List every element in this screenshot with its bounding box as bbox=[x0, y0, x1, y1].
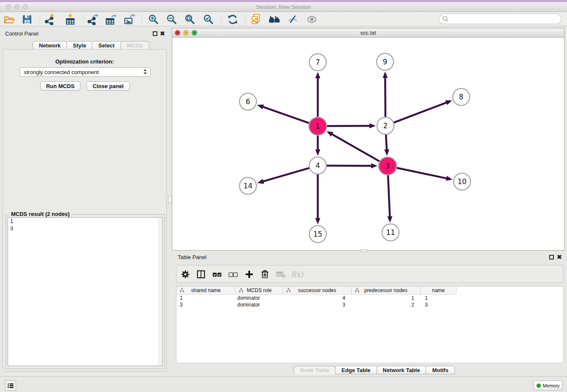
columns-icon bbox=[196, 270, 206, 279]
graph-edge-2-3[interactable] bbox=[386, 135, 387, 150]
columns-button[interactable] bbox=[195, 269, 207, 280]
search-input[interactable] bbox=[450, 16, 561, 22]
toolbar-separator bbox=[40, 14, 40, 25]
tab-network[interactable]: Network bbox=[33, 41, 67, 50]
mcds-result-list[interactable]: 13 bbox=[8, 217, 162, 366]
network-window-titlebar[interactable]: ✕ − + scc.txt bbox=[172, 28, 564, 38]
select-all-button[interactable] bbox=[211, 269, 223, 280]
function-builder-button[interactable]: f(x) bbox=[291, 269, 303, 280]
graph-node-label: 11 bbox=[386, 228, 395, 237]
export-network-button[interactable] bbox=[87, 14, 99, 25]
network-canvas[interactable]: 1234678910111415 bbox=[172, 38, 564, 250]
table-cell[interactable]: dominator bbox=[236, 295, 283, 301]
memory-button[interactable]: Memory bbox=[533, 381, 563, 390]
node-table-body: 1dominator4113dominator323 bbox=[176, 295, 563, 308]
zoom-out-button[interactable] bbox=[166, 14, 178, 25]
delete-table-button[interactable] bbox=[275, 269, 287, 280]
table-cell[interactable]: 1 bbox=[421, 295, 457, 301]
gear-icon bbox=[181, 270, 190, 279]
export-image-button[interactable] bbox=[124, 14, 135, 25]
tab-style[interactable]: Style bbox=[66, 41, 92, 50]
run-mcds-button[interactable]: Run MCDS bbox=[40, 81, 80, 91]
zoom-fit-icon bbox=[184, 14, 195, 25]
table-cell[interactable]: 1 bbox=[176, 295, 236, 301]
splitter-handle-horizontal[interactable] bbox=[361, 249, 367, 252]
close-panel-button[interactable]: Close panel bbox=[86, 81, 130, 91]
main-titlebar[interactable]: Session: New Session bbox=[0, 2, 567, 12]
graph-edge-4-3[interactable] bbox=[327, 166, 372, 166]
task-history-button[interactable] bbox=[5, 380, 16, 391]
open-file-button[interactable] bbox=[3, 14, 15, 25]
table-panel-title: Table Panel bbox=[178, 254, 206, 260]
column-header-name[interactable]: name bbox=[421, 287, 457, 295]
column-header-predecessor-nodes[interactable]: predecessor nodes bbox=[352, 287, 421, 295]
tab-node-table[interactable]: Node Table bbox=[294, 366, 336, 374]
column-header-mcds-role[interactable]: MCDS role bbox=[236, 287, 283, 295]
optimization-criterion-select[interactable]: strongly connected component bbox=[19, 67, 151, 77]
graph-edge-arrow bbox=[371, 163, 377, 168]
show-panel-button[interactable] bbox=[306, 14, 318, 25]
delete-button[interactable] bbox=[259, 269, 271, 280]
graph-node-label: 2 bbox=[383, 121, 388, 130]
deselect-all-button[interactable] bbox=[227, 269, 239, 280]
zoom-selected-button[interactable] bbox=[203, 14, 215, 25]
table-panel-float-icon[interactable] bbox=[549, 255, 554, 259]
graph-edge-3-11[interactable] bbox=[388, 175, 390, 217]
table-cell[interactable]: dominator bbox=[236, 301, 283, 308]
new-network-button[interactable] bbox=[250, 14, 262, 25]
tab-mcds[interactable]: MCDS bbox=[121, 41, 149, 50]
splitter-handle-vertical[interactable] bbox=[168, 196, 172, 203]
column-header-shared-name[interactable]: shared name bbox=[176, 287, 236, 295]
delete-table-icon bbox=[276, 270, 286, 279]
graph-edge-1-2[interactable] bbox=[327, 126, 370, 126]
import-network-icon bbox=[44, 14, 55, 25]
control-panel-title: Control Panel bbox=[5, 30, 39, 37]
save-session-button[interactable] bbox=[21, 14, 33, 25]
table-cell[interactable]: 3 bbox=[176, 301, 236, 308]
control-panel-float-icon[interactable] bbox=[153, 31, 157, 36]
select-all-icon bbox=[212, 270, 222, 279]
export-table-button[interactable] bbox=[105, 14, 117, 25]
table-cell[interactable]: 3 bbox=[283, 301, 352, 308]
tab-select[interactable]: Select bbox=[92, 41, 121, 50]
graph-edge-3-10[interactable] bbox=[397, 168, 447, 179]
graph-edge-4-14[interactable] bbox=[263, 168, 309, 182]
refresh-layout-button[interactable] bbox=[227, 14, 239, 25]
column-header-successor-nodes[interactable]: successor nodes bbox=[283, 287, 352, 295]
table-cell[interactable]: 2 bbox=[352, 301, 421, 308]
graph-edge-arrow bbox=[315, 218, 320, 224]
table-row[interactable]: 1dominator411 bbox=[176, 295, 563, 301]
table-row[interactable]: 3dominator323 bbox=[176, 301, 563, 308]
graph-edge-2-8[interactable] bbox=[394, 102, 447, 123]
import-network-button[interactable] bbox=[44, 14, 55, 25]
scrollbar[interactable] bbox=[158, 218, 162, 366]
network-view-window[interactable]: ✕ − + scc.txt 1234678910111415 bbox=[172, 28, 564, 251]
zoom-fit-button[interactable] bbox=[184, 14, 196, 25]
table-cell[interactable]: 3 bbox=[421, 301, 457, 308]
graph-edge-2-9[interactable] bbox=[385, 77, 385, 117]
hide-panel-button[interactable] bbox=[287, 14, 299, 25]
node-table[interactable]: shared nameMCDS rolesuccessor nodesprede… bbox=[176, 286, 564, 363]
tab-edge-table[interactable]: Edge Table bbox=[335, 366, 377, 374]
graph-edge-1-6[interactable] bbox=[262, 107, 309, 123]
table-toolbar: f(x) bbox=[176, 265, 564, 283]
control-panel-close-icon[interactable]: ✖ bbox=[160, 31, 165, 36]
add-column-button[interactable] bbox=[243, 269, 255, 280]
show-panel-icon bbox=[306, 14, 317, 25]
table-panel-close-icon[interactable]: ✖ bbox=[557, 254, 562, 259]
graph-node-label: 4 bbox=[316, 161, 320, 170]
tab-network-table[interactable]: Network Table bbox=[377, 366, 427, 374]
gear-button[interactable] bbox=[179, 269, 191, 280]
home-button[interactable] bbox=[269, 14, 281, 25]
table-cell[interactable]: 1 bbox=[352, 295, 421, 301]
import-table-button[interactable] bbox=[64, 14, 76, 25]
search-field[interactable] bbox=[439, 14, 561, 24]
table-cell[interactable]: 4 bbox=[283, 295, 352, 301]
graph-node-label: 7 bbox=[316, 58, 320, 66]
graph-edge-3-1[interactable] bbox=[331, 134, 380, 161]
column-header-label: MCDS role bbox=[247, 287, 272, 293]
column-header-label: shared name bbox=[191, 287, 220, 293]
zoom-in-button[interactable] bbox=[148, 14, 160, 25]
mcds-result-title: MCDS result (2 nodes) bbox=[9, 211, 72, 217]
tab-motifs[interactable]: Motifs bbox=[426, 366, 454, 374]
